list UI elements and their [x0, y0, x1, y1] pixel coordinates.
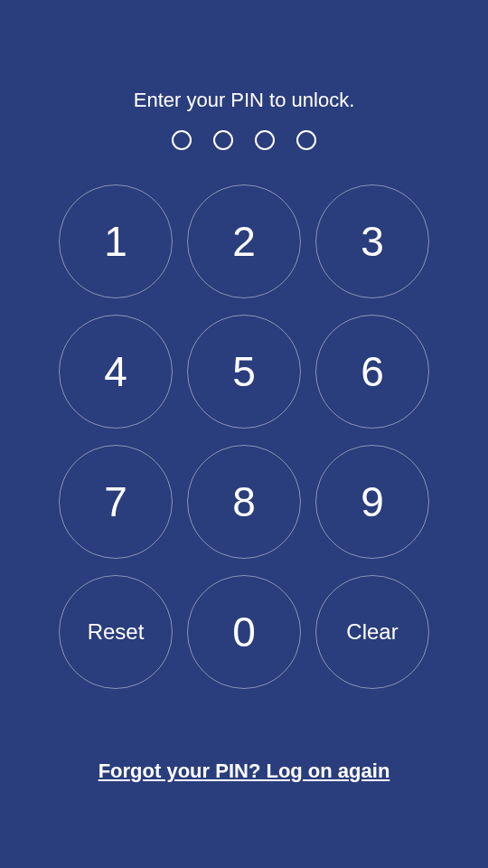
key-1[interactable]: 1 — [59, 184, 173, 298]
key-4[interactable]: 4 — [59, 315, 173, 429]
pin-dot-1 — [172, 130, 192, 150]
key-7[interactable]: 7 — [59, 445, 173, 559]
key-3[interactable]: 3 — [315, 184, 429, 298]
key-6[interactable]: 6 — [315, 315, 429, 429]
forgot-pin-link[interactable]: Forgot your PIN? Log on again — [99, 760, 390, 783]
key-5[interactable]: 5 — [187, 315, 301, 429]
pin-prompt: Enter your PIN to unlock. — [134, 89, 355, 112]
key-reset[interactable]: Reset — [59, 575, 173, 689]
key-2[interactable]: 2 — [187, 184, 301, 298]
pin-dot-2 — [213, 130, 233, 150]
key-0[interactable]: 0 — [187, 575, 301, 689]
key-8[interactable]: 8 — [187, 445, 301, 559]
key-clear[interactable]: Clear — [315, 575, 429, 689]
pin-dot-3 — [255, 130, 275, 150]
pin-indicator — [172, 130, 316, 150]
keypad: 1 2 3 4 5 6 7 8 9 Reset 0 Clear — [59, 184, 429, 689]
key-9[interactable]: 9 — [315, 445, 429, 559]
pin-dot-4 — [296, 130, 316, 150]
